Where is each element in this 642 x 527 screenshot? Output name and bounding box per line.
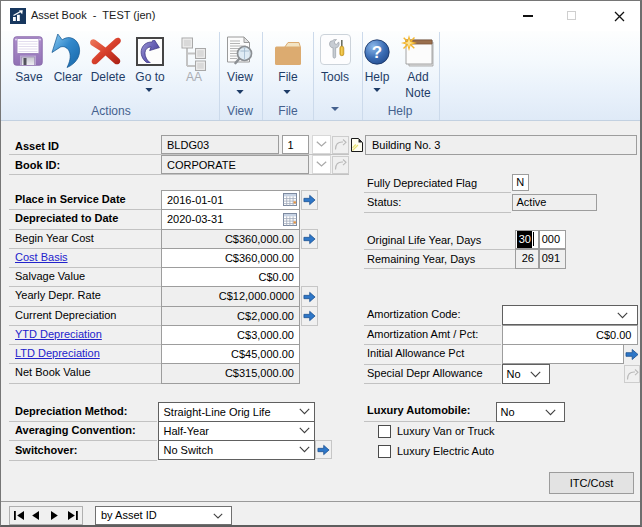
- svg-text:?: ?: [372, 43, 382, 62]
